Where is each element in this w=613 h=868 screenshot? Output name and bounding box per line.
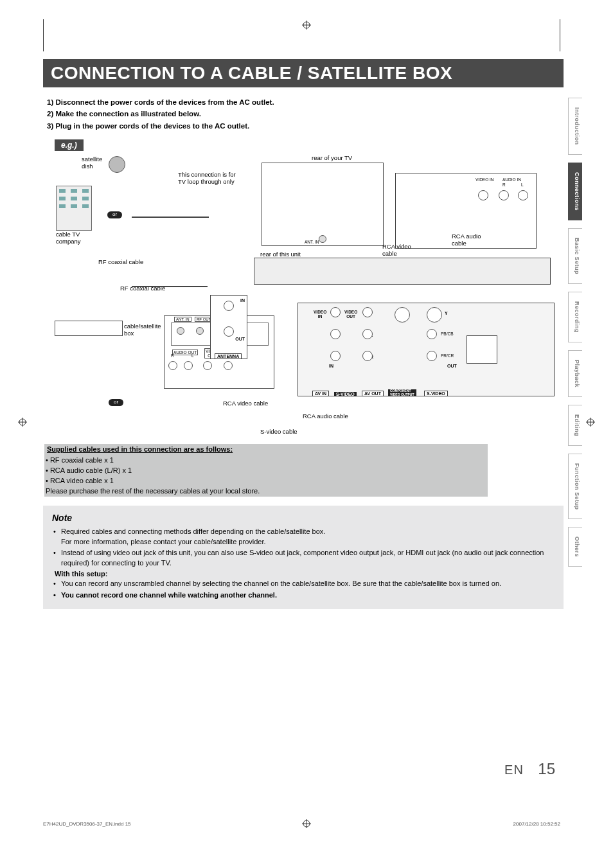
- ant-in: IN: [240, 298, 245, 303]
- or-label-2: or: [109, 399, 123, 406]
- registration-mark-left: [18, 418, 27, 427]
- y-label: Y: [445, 311, 448, 315]
- audio-l-label: L: [521, 182, 524, 187]
- side-tabs: Introduction Connections Basic Setup Rec…: [568, 98, 594, 574]
- audio-in-label: AUDIO IN: [502, 177, 521, 182]
- csat-box-label: cable/satellite box: [124, 323, 161, 337]
- component-boxlabel: COMPONENT VIDEO OUTPUT: [388, 389, 416, 396]
- note-box: Note Required cables and connecting meth…: [43, 506, 564, 609]
- step-2: 2) Make the connection as illustrated be…: [47, 108, 528, 120]
- video-in: VIDEO IN: [314, 310, 326, 319]
- footer-file: E7H42UD_DVDR3506-37_EN.indd 15: [43, 821, 131, 827]
- cable-company-label: cable TV company: [56, 231, 81, 245]
- rear-tv-label: rear of your TV: [312, 155, 352, 161]
- prcr-label: PR/CR: [441, 353, 454, 358]
- rca-audio-cable-label: RCA audio cable: [452, 233, 481, 247]
- note-item-1-a: Required cables and connecting methods d…: [61, 527, 325, 535]
- svideo2-boxlabel: S-VIDEO: [424, 391, 448, 396]
- steps: 1) Disconnect the power cords of the dev…: [43, 94, 564, 134]
- cable-company-icon: [56, 186, 92, 231]
- rca-audio-cable-2: RCA audio cable: [303, 413, 348, 420]
- or-label-top: or: [107, 211, 122, 218]
- note-item-2: Instead of using video out jack of this …: [52, 548, 555, 568]
- note-item-1: Required cables and connecting methods d…: [52, 527, 555, 547]
- rca-video-cable-label: RCA video cable: [382, 244, 411, 257]
- registration-mark-top: [302, 21, 311, 30]
- note-setup: With this setup:: [52, 569, 555, 579]
- page-num: 15: [538, 760, 555, 777]
- note-item-4: You cannot record one channel while watc…: [52, 590, 555, 600]
- tab-introduction[interactable]: Introduction: [568, 98, 582, 155]
- rf-coaxial-label-1: RF coaxial cable: [98, 259, 143, 265]
- video-out: VIDEO OUT: [344, 310, 357, 319]
- jack-panel: VIDEO IN VIDEO OUT L R IN Y PB/CB PR/CR …: [298, 303, 555, 396]
- svideo-cable-label: S-video cable: [260, 429, 298, 435]
- csat-ant-in: ANT. IN: [174, 317, 191, 322]
- supplied-purchase: Please purchase the rest of the necessar…: [44, 486, 488, 497]
- in-label: IN: [329, 364, 333, 368]
- csat-l: L: [191, 353, 194, 358]
- page-title: CONNECTION TO A CABLE / SATELLITE BOX: [43, 59, 564, 87]
- antenna-box: IN OUT ANTENNA: [210, 295, 247, 359]
- csat-front: [55, 321, 123, 336]
- avin-boxlabel: AV IN: [312, 391, 329, 396]
- loop-through-note: This connection is for TV loop through o…: [178, 172, 236, 185]
- connection-diagram: e.g.) satellite dish or cable TV company…: [43, 136, 564, 440]
- note-item-1-b: For more information, please contact you…: [61, 538, 266, 545]
- tab-editing[interactable]: Editing: [568, 405, 582, 446]
- tab-recording[interactable]: Recording: [568, 292, 582, 342]
- satellite-dish-icon: [109, 156, 125, 173]
- tab-others[interactable]: Others: [568, 527, 582, 567]
- supplied-item-3: • RCA video cable x 1: [44, 476, 488, 486]
- audio-r-label: R: [502, 182, 506, 187]
- satellite-dish-label: satellite dish: [82, 156, 102, 170]
- pbcb-label: PB/CB: [441, 332, 454, 336]
- supplied-title: Supplied cables used in this connection …: [46, 444, 236, 456]
- tab-playback[interactable]: Playback: [568, 350, 582, 397]
- tab-function-setup[interactable]: Function Setup: [568, 454, 582, 520]
- supplied-item-1: • RF coaxial cable x 1: [44, 456, 488, 466]
- supplied-cables-box: Supplied cables used in this connection …: [44, 444, 488, 497]
- eg-label: e.g.): [55, 139, 84, 151]
- out-label: OUT: [447, 364, 457, 368]
- note-item-3: You can record any unscrambled channel b…: [52, 579, 555, 589]
- registration-mark-bottom: [302, 819, 311, 828]
- ant-out: OUT: [235, 337, 245, 341]
- csat-r: R: [171, 353, 174, 358]
- csat-audio-out: AUDIO OUT: [172, 350, 198, 355]
- note-header: Note: [52, 512, 555, 525]
- tab-basic-setup[interactable]: Basic Setup: [568, 228, 582, 284]
- rear-unit-label: rear of this unit: [260, 251, 301, 258]
- unit-rear: [254, 258, 551, 285]
- step-1: 1) Disconnect the power cords of the dev…: [47, 96, 528, 108]
- lang-code: EN: [504, 763, 524, 777]
- tv-rear-left: ANT. IN: [262, 163, 384, 246]
- antenna-label: ANTENNA: [215, 353, 242, 359]
- supplied-item-2: • RCA audio cable (L/R) x 1: [44, 466, 488, 476]
- step-3: 3) Plug in the power cords of the device…: [47, 120, 528, 132]
- ant-in-small-label: ANT. IN: [305, 240, 319, 244]
- footer-date: 2007/12/28 10:52:52: [513, 821, 560, 827]
- svideo-boxlabel: S-VIDEO: [334, 392, 357, 396]
- video-in-label: VIDEO IN: [475, 177, 494, 182]
- rca-video-cable-2: RCA video cable: [223, 400, 268, 407]
- page-number: EN 15: [504, 760, 555, 778]
- tab-connections[interactable]: Connections: [568, 163, 582, 220]
- avout-boxlabel: AV OUT: [362, 391, 384, 396]
- hdmi-jack: [466, 335, 497, 364]
